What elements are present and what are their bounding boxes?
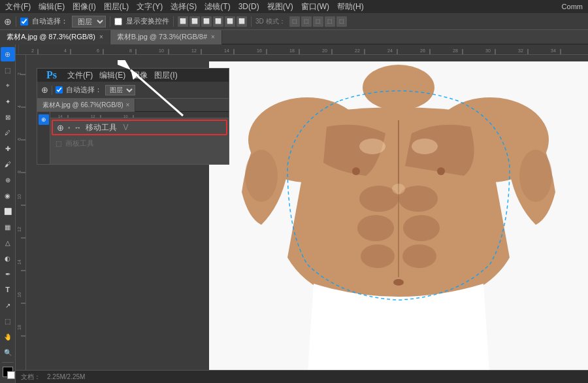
auto-select-checkbox[interactable] [20,18,28,25]
tool-divider [2,362,14,363]
align-btn-4[interactable]: ⬜ [213,16,223,27]
menu-window[interactable]: 窗口(W) [301,1,329,12]
svg-text:16: 16 [257,48,262,53]
tool-pen[interactable]: ✒ [1,267,15,281]
tool-history[interactable]: ◉ [1,188,15,203]
move-tool-icon: ⊕ [4,16,12,27]
tool-path-select[interactable]: ↗ [1,298,15,312]
options-toolbar: ⊕ 自动选择： 图层 显示变换控件 ⬜ ⬜ ⬜ ⬜ ⬜ ⬜ 3D 模式： ⬚ ⬚… [0,13,588,30]
menu-help[interactable]: 帮助(H) [337,1,364,12]
svg-text:4: 4 [17,105,22,108]
doc-label: 文档： [21,373,41,382]
svg-text:34: 34 [551,48,556,53]
show-transform-checkbox[interactable] [114,18,122,25]
inner-auto-select-checkbox[interactable] [56,86,63,93]
tool-brush[interactable]: 🖌 [1,157,15,171]
ruler-horizontal: 2 4 6 8 10 12 14 16 [16,44,588,55]
menu-image[interactable]: 图像(I) [73,1,95,12]
3d-btn-4[interactable]: ⬚ [325,16,335,27]
align-btn-1[interactable]: ⬜ [178,16,188,27]
move-tool-label: 移动工具 [86,122,117,133]
svg-line-80 [131,70,183,116]
toolbar-divider2 [110,16,110,27]
tab-0-label: 素材A.jpg @ 87.3%(RGB/8) [7,32,95,42]
top-menu-bar: 文件(F) 编辑(E) 图像(I) 图层(L) 文字(Y) 选择(S) 滤镜(T… [0,0,588,13]
svg-text:12: 12 [17,227,22,232]
svg-text:26: 26 [420,48,425,53]
tool-shape[interactable]: ⬚ [1,314,15,328]
tab-1[interactable]: 素材B.jpg @ 73.3%(RGB/8# × [110,30,222,44]
tool-type[interactable]: T [1,282,15,297]
tool-gradient[interactable]: ▦ [1,220,15,234]
tool-magic-wand[interactable]: ✦ [1,94,15,108]
menu-3d[interactable]: 3D(D) [238,2,259,11]
svg-text:18: 18 [289,48,295,53]
inner-left-tool: ⊕ [37,112,50,164]
left-tool-panel: ⊕ ⬚ ⌖ ✦ ⊠ 🖊 ✚ 🖌 ⊕ ◉ ⬜ ▦ △ ◐ ✒ T ↗ ⬚ 🤚 🔍 [0,44,16,383]
menu-select[interactable]: 选择(S) [171,1,197,12]
svg-point-67 [359,139,385,154]
comm-badge: Comm [562,3,583,10]
3d-btn-1[interactable]: ⬚ [289,16,300,27]
align-btn-6[interactable]: ⬜ [237,16,247,27]
svg-text:8: 8 [129,48,132,53]
menu-file[interactable]: 文件(F) [5,1,31,12]
tab-0-close[interactable]: × [99,33,103,41]
tool-healing[interactable]: ✚ [1,141,15,156]
3d-btn-2[interactable]: ⬚ [301,16,312,27]
svg-point-72 [393,279,404,286]
3d-btn-5[interactable]: ⬚ [336,16,347,27]
svg-text:6: 6 [17,138,22,141]
tool-eraser[interactable]: ⬜ [1,204,15,218]
svg-point-54 [363,65,434,110]
tool-crop[interactable]: ⊠ [1,110,15,124]
align-btn-3[interactable]: ⬜ [201,16,212,27]
arrow-annotation [118,60,196,127]
tool-lasso[interactable]: ⌖ [1,78,15,93]
align-btn-2[interactable]: ⬜ [189,16,200,27]
menu-layer[interactable]: 图层(L) [104,1,129,12]
inner-tab-label: 素材A.jpg @ 66.7%(RGB/8) [42,101,123,110]
status-bar: 文档： 2.25M/2.25M [16,370,588,383]
tab-0[interactable]: 素材A.jpg @ 87.3%(RGB/8) × [0,30,110,44]
3d-btn-3[interactable]: ⬚ [313,16,323,27]
align-btn-5[interactable]: ⬜ [225,16,235,27]
ruler-vertical: 2 4 6 8 10 12 14 [16,55,26,383]
tool-selection[interactable]: ⬚ [1,63,15,77]
svg-text:28: 28 [453,48,458,53]
menu-filter[interactable]: 滤镜(T) [204,1,230,12]
3d-mode-label: 3D 模式： [255,17,286,26]
inner-tool-move[interactable]: ⊕ [39,114,49,125]
menu-text[interactable]: 文字(Y) [137,1,163,12]
tool-eyedropper[interactable]: 🖊 [1,125,15,140]
inner-move-icon: ⊕ [41,85,48,95]
app-container: 文件(F) 编辑(E) 图像(I) 图层(L) 文字(Y) 选择(S) 滤镜(T… [0,0,588,383]
tool-move[interactable]: ⊕ [1,47,15,61]
svg-text:12: 12 [191,48,197,53]
foreground-color[interactable] [3,367,13,377]
svg-text:14: 14 [17,259,22,265]
menu-edit[interactable]: 编辑(E) [39,1,65,12]
svg-marker-81 [131,70,139,80]
tool-zoom[interactable]: 🔍 [1,345,15,359]
tool-dodge[interactable]: ◐ [1,251,15,265]
ps-logo: Ps [42,69,61,81]
tool-blur[interactable]: △ [1,235,15,250]
svg-text:8: 8 [17,171,22,173]
svg-text:2: 2 [17,73,22,75]
doc-size: 2.25M/2.25M [47,373,85,380]
svg-text:20: 20 [322,48,327,53]
svg-text:30: 30 [485,48,491,53]
inner-auto-select-label: 自动选择： [66,85,102,95]
tool-clone[interactable]: ⊕ [1,173,15,187]
svg-text:22: 22 [355,48,360,53]
tool-hand[interactable]: 🤚 [1,329,15,344]
auto-select-dropdown[interactable]: 图层 [72,16,106,27]
move-tool-crosshair: ⊕ [57,123,64,133]
svg-text:10: 10 [17,194,22,199]
menu-view[interactable]: 视图(V) [267,1,293,12]
svg-text:32: 32 [518,48,523,53]
tab-1-close[interactable]: × [211,33,215,41]
tab-bar: 素材A.jpg @ 87.3%(RGB/8) × 素材B.jpg @ 73.3%… [0,30,588,44]
inner-menu-file[interactable]: 文件(F) [67,70,93,81]
